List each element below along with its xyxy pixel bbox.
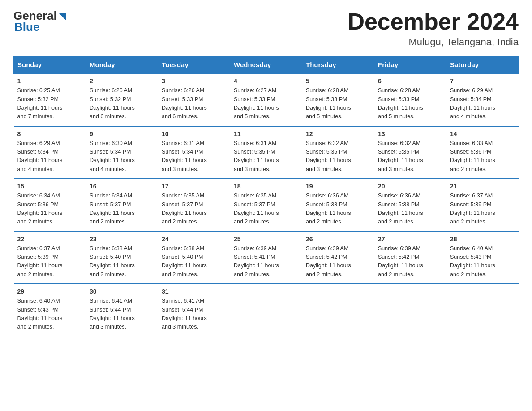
day-number: 16: [90, 183, 154, 190]
svg-marker-0: [58, 13, 66, 21]
day-info: Sunrise: 6:39 AM Sunset: 5:42 PM Dayligh…: [306, 244, 370, 279]
calendar-cell: 10Sunrise: 6:31 AM Sunset: 5:34 PM Dayli…: [158, 126, 230, 179]
calendar-week-row: 22Sunrise: 6:37 AM Sunset: 5:39 PM Dayli…: [14, 231, 519, 284]
day-number: 23: [90, 235, 154, 243]
calendar-cell: 17Sunrise: 6:35 AM Sunset: 5:37 PM Dayli…: [158, 179, 230, 231]
header-cell-thursday: Thursday: [302, 56, 374, 74]
day-number: 5: [306, 77, 370, 85]
day-info: Sunrise: 6:33 AM Sunset: 5:36 PM Dayligh…: [450, 139, 515, 174]
day-number: 26: [306, 235, 370, 243]
calendar-cell: 4Sunrise: 6:27 AM Sunset: 5:33 PM Daylig…: [230, 73, 302, 126]
day-number: 30: [90, 288, 154, 295]
day-number: 7: [450, 77, 515, 85]
day-number: 18: [234, 183, 298, 190]
day-number: 24: [162, 235, 226, 243]
calendar-cell: 15Sunrise: 6:34 AM Sunset: 5:36 PM Dayli…: [14, 179, 86, 231]
day-info: Sunrise: 6:29 AM Sunset: 5:34 PM Dayligh…: [450, 86, 515, 121]
day-info: Sunrise: 6:30 AM Sunset: 5:34 PM Dayligh…: [90, 139, 154, 174]
page-header: General Blue December 2024 Mulugu, Telan…: [13, 9, 519, 48]
day-number: 25: [234, 235, 298, 243]
day-info: Sunrise: 6:36 AM Sunset: 5:38 PM Dayligh…: [306, 192, 370, 227]
day-number: 6: [378, 77, 442, 85]
calendar-cell: 21Sunrise: 6:37 AM Sunset: 5:39 PM Dayli…: [446, 179, 519, 231]
day-info: Sunrise: 6:26 AM Sunset: 5:32 PM Dayligh…: [90, 86, 154, 121]
day-info: Sunrise: 6:37 AM Sunset: 5:39 PM Dayligh…: [17, 244, 82, 279]
header-cell-sunday: Sunday: [14, 56, 86, 74]
day-info: Sunrise: 6:41 AM Sunset: 5:44 PM Dayligh…: [162, 297, 226, 332]
day-info: Sunrise: 6:38 AM Sunset: 5:40 PM Dayligh…: [90, 244, 154, 279]
calendar-table: SundayMondayTuesdayWednesdayThursdayFrid…: [13, 56, 519, 336]
logo-text-blue: Blue: [14, 20, 39, 34]
location-title: Mulugu, Telangana, India: [348, 36, 519, 48]
day-number: 10: [162, 130, 226, 137]
calendar-cell: 31Sunrise: 6:41 AM Sunset: 5:44 PM Dayli…: [158, 284, 230, 336]
day-number: 9: [90, 130, 154, 137]
header-cell-friday: Friday: [374, 56, 446, 74]
calendar-cell: 18Sunrise: 6:35 AM Sunset: 5:37 PM Dayli…: [230, 179, 302, 231]
day-info: Sunrise: 6:37 AM Sunset: 5:39 PM Dayligh…: [450, 192, 515, 227]
day-number: 8: [17, 130, 82, 137]
calendar-cell: 3Sunrise: 6:26 AM Sunset: 5:33 PM Daylig…: [158, 73, 230, 126]
header-cell-wednesday: Wednesday: [230, 56, 302, 74]
calendar-cell: 23Sunrise: 6:38 AM Sunset: 5:40 PM Dayli…: [86, 231, 158, 284]
day-info: Sunrise: 6:25 AM Sunset: 5:32 PM Dayligh…: [17, 86, 82, 121]
day-number: 13: [378, 130, 442, 137]
calendar-cell: 14Sunrise: 6:33 AM Sunset: 5:36 PM Dayli…: [446, 126, 519, 179]
calendar-header-row: SundayMondayTuesdayWednesdayThursdayFrid…: [14, 56, 519, 74]
day-info: Sunrise: 6:39 AM Sunset: 5:42 PM Dayligh…: [378, 244, 442, 279]
calendar-cell: 19Sunrise: 6:36 AM Sunset: 5:38 PM Dayli…: [302, 179, 374, 231]
calendar-week-row: 1Sunrise: 6:25 AM Sunset: 5:32 PM Daylig…: [14, 73, 519, 126]
calendar-cell: 24Sunrise: 6:38 AM Sunset: 5:40 PM Dayli…: [158, 231, 230, 284]
day-info: Sunrise: 6:27 AM Sunset: 5:33 PM Dayligh…: [234, 86, 298, 121]
calendar-cell: 29Sunrise: 6:40 AM Sunset: 5:43 PM Dayli…: [14, 284, 86, 336]
calendar-week-row: 15Sunrise: 6:34 AM Sunset: 5:36 PM Dayli…: [14, 179, 519, 231]
day-info: Sunrise: 6:40 AM Sunset: 5:43 PM Dayligh…: [450, 244, 515, 279]
day-info: Sunrise: 6:28 AM Sunset: 5:33 PM Dayligh…: [378, 86, 442, 121]
calendar-cell: 27Sunrise: 6:39 AM Sunset: 5:42 PM Dayli…: [374, 231, 446, 284]
calendar-cell: 2Sunrise: 6:26 AM Sunset: 5:32 PM Daylig…: [86, 73, 158, 126]
calendar-cell: [374, 284, 446, 336]
day-info: Sunrise: 6:36 AM Sunset: 5:38 PM Dayligh…: [378, 192, 442, 227]
calendar-cell: 11Sunrise: 6:31 AM Sunset: 5:35 PM Dayli…: [230, 126, 302, 179]
day-number: 31: [162, 288, 226, 295]
day-info: Sunrise: 6:32 AM Sunset: 5:35 PM Dayligh…: [378, 139, 442, 174]
day-info: Sunrise: 6:34 AM Sunset: 5:37 PM Dayligh…: [90, 192, 154, 227]
calendar-cell: 26Sunrise: 6:39 AM Sunset: 5:42 PM Dayli…: [302, 231, 374, 284]
title-section: December 2024 Mulugu, Telangana, India: [348, 9, 519, 48]
day-info: Sunrise: 6:34 AM Sunset: 5:36 PM Dayligh…: [17, 192, 82, 227]
day-number: 27: [378, 235, 442, 243]
calendar-cell: 13Sunrise: 6:32 AM Sunset: 5:35 PM Dayli…: [374, 126, 446, 179]
day-info: Sunrise: 6:31 AM Sunset: 5:34 PM Dayligh…: [162, 139, 226, 174]
header-cell-tuesday: Tuesday: [158, 56, 230, 74]
calendar-cell: 22Sunrise: 6:37 AM Sunset: 5:39 PM Dayli…: [14, 231, 86, 284]
calendar-cell: [446, 284, 519, 336]
day-info: Sunrise: 6:31 AM Sunset: 5:35 PM Dayligh…: [234, 139, 298, 174]
header-cell-monday: Monday: [86, 56, 158, 74]
day-number: 22: [17, 235, 82, 243]
day-number: 19: [306, 183, 370, 190]
day-info: Sunrise: 6:41 AM Sunset: 5:44 PM Dayligh…: [90, 297, 154, 332]
day-info: Sunrise: 6:32 AM Sunset: 5:35 PM Dayligh…: [306, 139, 370, 174]
calendar-cell: 28Sunrise: 6:40 AM Sunset: 5:43 PM Dayli…: [446, 231, 519, 284]
day-number: 20: [378, 183, 442, 190]
day-number: 21: [450, 183, 515, 190]
day-number: 17: [162, 183, 226, 190]
day-number: 1: [17, 77, 82, 85]
day-info: Sunrise: 6:35 AM Sunset: 5:37 PM Dayligh…: [234, 192, 298, 227]
day-info: Sunrise: 6:29 AM Sunset: 5:34 PM Dayligh…: [17, 139, 82, 174]
calendar-cell: 7Sunrise: 6:29 AM Sunset: 5:34 PM Daylig…: [446, 73, 519, 126]
day-info: Sunrise: 6:28 AM Sunset: 5:33 PM Dayligh…: [306, 86, 370, 121]
day-info: Sunrise: 6:35 AM Sunset: 5:37 PM Dayligh…: [162, 192, 226, 227]
calendar-cell: [230, 284, 302, 336]
day-info: Sunrise: 6:40 AM Sunset: 5:43 PM Dayligh…: [17, 297, 82, 332]
calendar-cell: 5Sunrise: 6:28 AM Sunset: 5:33 PM Daylig…: [302, 73, 374, 126]
calendar-cell: 20Sunrise: 6:36 AM Sunset: 5:38 PM Dayli…: [374, 179, 446, 231]
day-number: 4: [234, 77, 298, 85]
day-number: 15: [17, 183, 82, 190]
logo: General Blue: [13, 9, 66, 34]
calendar-cell: 6Sunrise: 6:28 AM Sunset: 5:33 PM Daylig…: [374, 73, 446, 126]
calendar-cell: 12Sunrise: 6:32 AM Sunset: 5:35 PM Dayli…: [302, 126, 374, 179]
calendar-cell: [302, 284, 374, 336]
day-number: 28: [450, 235, 515, 243]
calendar-cell: 8Sunrise: 6:29 AM Sunset: 5:34 PM Daylig…: [14, 126, 86, 179]
